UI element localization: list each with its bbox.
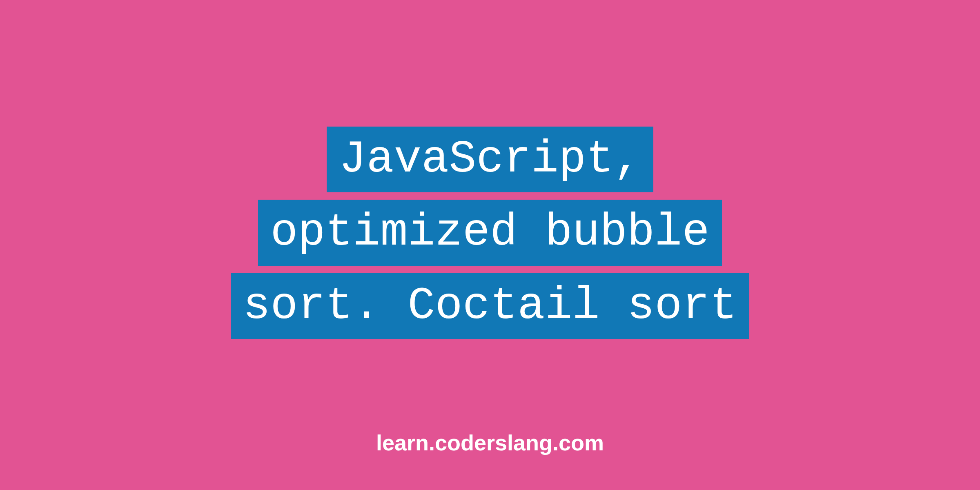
title-line-3: sort. Coctail sort — [231, 273, 749, 339]
footer-url: learn.coderslang.com — [376, 430, 604, 455]
title-line-2: optimized bubble — [258, 200, 722, 266]
title-container: JavaScript, optimized bubble sort. Cocta… — [231, 127, 749, 339]
title-line-1: JavaScript, — [327, 127, 653, 193]
